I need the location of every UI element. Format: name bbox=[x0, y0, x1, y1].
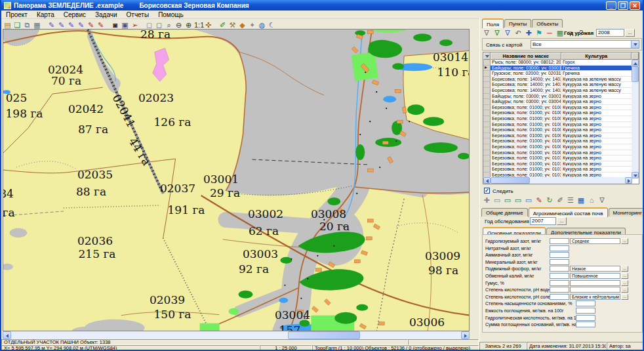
cell-name[interactable]: Борисовка; поле: 14000; уч: 14027; 2008 … bbox=[491, 77, 561, 83]
remove-analysis-icon[interactable]: ▭ bbox=[492, 196, 502, 205]
select-area-icon[interactable]: ◻ bbox=[144, 20, 154, 29]
table-row[interactable]: Березовка; поле: 01000; уч: 01012; 2008 … bbox=[483, 167, 632, 173]
form-value-input[interactable] bbox=[550, 238, 569, 244]
table-row[interactable]: Байцуры; поле: 03000; уч: 03003; 2008 г.… bbox=[483, 94, 632, 100]
restore-button[interactable]: ❐ bbox=[618, 1, 628, 10]
route-arrows-icon[interactable]: ➢ bbox=[130, 20, 140, 29]
form-grade-picker-button[interactable]: ... bbox=[621, 294, 628, 300]
row-selector[interactable] bbox=[483, 88, 491, 94]
table-row[interactable]: Березовка; поле: 01000; уч: 01005; 2008 … bbox=[483, 127, 632, 133]
cell-name[interactable]: Березовка; поле: 01000; уч: 01012; 2008 … bbox=[491, 167, 561, 173]
form-grade-picker-button[interactable]: ... bbox=[621, 266, 628, 272]
form-value-input[interactable] bbox=[550, 294, 569, 300]
card-filter-icon[interactable]: ▭ bbox=[523, 196, 534, 205]
row-selector[interactable] bbox=[483, 167, 491, 173]
table-scroll-up-button[interactable] bbox=[632, 60, 639, 66]
paint-bucket-icon[interactable]: ◆ bbox=[237, 20, 247, 29]
form-value-input[interactable] bbox=[576, 300, 595, 306]
form-grade-combobox[interactable]: Среднее bbox=[570, 238, 620, 244]
table-scroll-down-button[interactable] bbox=[632, 172, 639, 178]
table-scroll-right-button[interactable] bbox=[625, 177, 632, 184]
zoom-1-1-icon[interactable]: 1:1 bbox=[193, 20, 203, 29]
scale-status[interactable]: 1 : 25 000 bbox=[260, 345, 312, 351]
cell-name[interactable]: Березовка; поле: 01000; уч: 01004; 2008 … bbox=[491, 122, 561, 128]
map-horizontal-scrollbar[interactable] bbox=[3, 331, 470, 339]
archive-icon[interactable]: ⌂ bbox=[586, 196, 597, 205]
tab-пункты[interactable]: Пункты bbox=[504, 19, 531, 28]
row-selector[interactable] bbox=[483, 94, 491, 100]
close-button[interactable]: ✕ bbox=[630, 1, 640, 10]
edit-flag-icon[interactable]: ⚑ bbox=[534, 28, 544, 38]
form-grade-combobox[interactable] bbox=[570, 280, 620, 286]
table-row[interactable]: Березовка; поле: 01000; уч: 01002; 2008 … bbox=[483, 110, 632, 116]
task-window-icon[interactable]: ▦ bbox=[32, 20, 42, 29]
form-value-input[interactable] bbox=[550, 287, 569, 293]
table-row[interactable]: Березовка; поле: 01000; уч: 01004; 2008 … bbox=[483, 122, 632, 128]
form-grade-picker-button[interactable]: ... bbox=[621, 280, 628, 286]
column-header-name[interactable]: Название по маске bbox=[491, 52, 561, 60]
undo-icon[interactable]: ↶ bbox=[513, 28, 523, 38]
zoom-tool-icon[interactable]: ⌕ bbox=[164, 20, 174, 29]
cell-name[interactable]: Березовка; поле: 01000; уч: 01011; 2008 … bbox=[491, 161, 561, 167]
row-selector[interactable] bbox=[483, 127, 491, 133]
row-selector[interactable] bbox=[483, 77, 491, 83]
row-selector[interactable] bbox=[483, 150, 491, 156]
table-row[interactable]: Березовка; поле: 01000; уч: 01007; 2008 … bbox=[483, 138, 632, 144]
tab-поля[interactable]: Поля bbox=[482, 18, 504, 28]
menu-item-отчеты[interactable]: Отчеты bbox=[122, 11, 154, 18]
table-view-icon[interactable]: ▦ bbox=[576, 196, 586, 205]
cell-name[interactable]: Березовка; поле: 01000; уч: 01005; 2008 … bbox=[491, 127, 561, 133]
brush-a-icon[interactable]: ✎ bbox=[56, 20, 66, 29]
new-project-icon[interactable]: ▤ bbox=[3, 20, 12, 29]
row-selector[interactable] bbox=[483, 110, 491, 116]
menu-item-задачи[interactable]: Задачи bbox=[91, 11, 122, 18]
cell-culture[interactable]: Кукуруза на зерно bbox=[561, 116, 632, 122]
cell-culture[interactable]: Кукуруза на зерно bbox=[561, 94, 632, 100]
cell-culture[interactable]: Кукуруза на зерно bbox=[561, 105, 632, 111]
row-selector[interactable] bbox=[483, 138, 491, 144]
form-grade-combobox[interactable] bbox=[570, 287, 620, 293]
flask-icon[interactable]: ⚒ bbox=[228, 20, 237, 29]
table-row[interactable]: Березовка; поле: 01000; уч: 01001; 2008 … bbox=[483, 105, 632, 111]
cell-name[interactable]: Березовка; поле: 01000; уч: 01009; 2008 … bbox=[491, 150, 561, 156]
zoom-out-icon[interactable]: ⊖ bbox=[174, 20, 184, 29]
row-selector[interactable] bbox=[483, 71, 491, 77]
cell-culture[interactable]: Кукуруза на зеленую массу bbox=[561, 77, 632, 83]
filter-icon[interactable]: ∇ bbox=[481, 28, 492, 38]
form-value-input[interactable] bbox=[550, 280, 569, 286]
menu-item-карта[interactable]: Карта bbox=[32, 11, 59, 18]
gutter-header[interactable] bbox=[483, 52, 491, 60]
table-row[interactable]: Березовка; поле: 01000; уч: 01006; 2008 … bbox=[483, 133, 632, 139]
brush-select-icon[interactable]: ✎ bbox=[47, 20, 56, 29]
table-row[interactable]: Борисовка; поле: 14000; уч: 14028; 2008 … bbox=[483, 82, 632, 88]
table-scroll-left-button[interactable] bbox=[483, 177, 491, 184]
survey-year-picker-button[interactable]: ... bbox=[557, 217, 567, 225]
cell-name[interactable]: Березовка; поле: 01000; уч: 01010; 2008 … bbox=[491, 155, 561, 161]
cell-name[interactable]: Березовка; поле: 01000; уч: 01007; 2008 … bbox=[491, 138, 561, 144]
form-grade-combobox[interactable]: Повышенное bbox=[570, 273, 620, 279]
cell-culture[interactable]: Кукуруза на зеленую массу bbox=[561, 88, 632, 94]
row-selector[interactable] bbox=[483, 122, 491, 128]
open-card2-icon[interactable]: ▭ bbox=[513, 196, 523, 205]
map-edit-icon[interactable]: ✐ bbox=[218, 20, 228, 29]
cell-culture[interactable]: Кукуруза на зерно bbox=[561, 155, 632, 161]
table-row[interactable]: Борисовка; поле: 14000; уч: 14029; 2008 … bbox=[483, 88, 632, 94]
row-selector[interactable] bbox=[483, 82, 491, 88]
table-vertical-scrollbar[interactable] bbox=[632, 60, 639, 178]
cell-culture[interactable]: Кукуруза на зерно bbox=[561, 127, 632, 133]
filter-hand-icon[interactable]: ∇ bbox=[492, 28, 502, 38]
table-row[interactable]: Байцуры; поле: 03000; уч: 03004; 2008 г.… bbox=[483, 99, 632, 105]
cell-culture[interactable]: Кукуруза на зерно bbox=[561, 99, 632, 105]
form-value-input[interactable] bbox=[576, 308, 595, 314]
map-link-combobox[interactable]: Все bbox=[531, 40, 639, 49]
cell-name[interactable]: Березовка; поле: 01000; уч: 01006; 2008 … bbox=[491, 133, 561, 139]
table-row[interactable]: Березовка; поле: 01000; уч: 01009; 2008 … bbox=[483, 150, 632, 156]
form-grade-combobox[interactable]: Низкое bbox=[570, 266, 620, 272]
dropdown-arrow-icon[interactable] bbox=[631, 41, 639, 48]
zoom-in-icon[interactable]: ⊕ bbox=[184, 20, 193, 29]
cell-culture[interactable]: Кукуруза на зерно bbox=[561, 133, 632, 139]
properties-icon[interactable]: ☰ bbox=[565, 196, 576, 205]
cell-name[interactable]: Березовка; поле: 01000; уч: 01003; 2008 … bbox=[491, 116, 561, 122]
cell-name[interactable]: Байцуры; поле: 03000; уч: 03003; 2008 г. bbox=[491, 94, 561, 100]
globe-icon[interactable]: ◍ bbox=[257, 20, 267, 29]
